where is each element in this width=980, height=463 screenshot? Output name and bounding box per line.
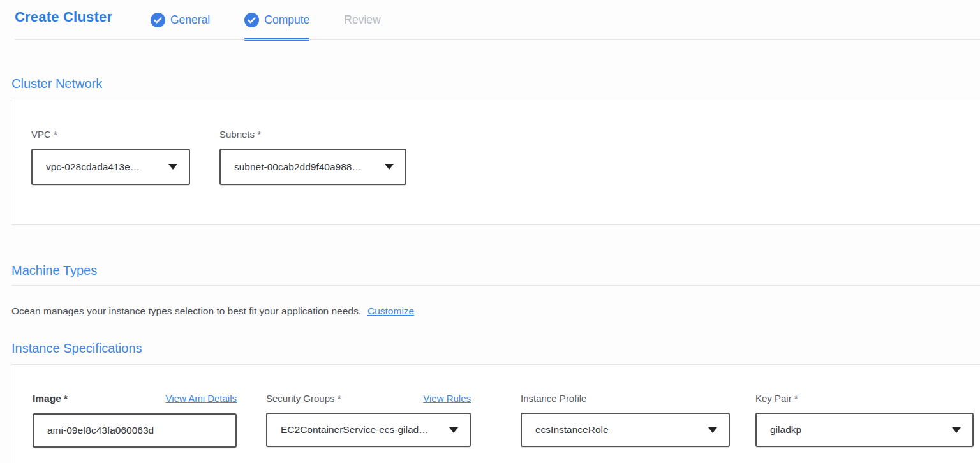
header-divider xyxy=(15,39,980,40)
image-field: Image * View Ami Details xyxy=(33,393,237,448)
instance-specifications-card: Image * View Ami Details Security Groups… xyxy=(11,364,980,463)
subnets-select[interactable]: subnet-00cab2dd9f40a988… xyxy=(219,149,406,185)
security-groups-select[interactable]: EC2ContainerService-ecs-gilad… xyxy=(266,413,471,447)
subnets-label: Subnets * xyxy=(219,129,406,140)
section-heading-machine-types: Machine Types xyxy=(11,263,980,278)
vpc-label: VPC * xyxy=(31,129,190,140)
key-pair-field: Key Pair * giladkp xyxy=(755,393,974,448)
section-heading-cluster-network: Cluster Network xyxy=(11,77,980,91)
caret-down-icon xyxy=(168,164,177,170)
caret-down-icon xyxy=(952,427,961,433)
instance-profile-field: Instance Profile ecsInstanceRole xyxy=(521,393,730,448)
wizard-tabs: General Compute Review xyxy=(151,9,381,31)
tab-compute-label: Compute xyxy=(264,13,309,27)
vpc-select[interactable]: vpc-028cdada413e… xyxy=(31,149,190,185)
machine-types-divider xyxy=(11,285,980,286)
subnets-selected-value: subnet-00cab2dd9f40a988… xyxy=(234,161,362,173)
caret-down-icon xyxy=(385,164,394,170)
section-heading-instance-specifications: Instance Specifications xyxy=(11,341,980,356)
check-circle-icon xyxy=(151,13,165,27)
instance-profile-select[interactable]: ecsInstanceRole xyxy=(521,413,730,447)
security-groups-selected-value: EC2ContainerService-ecs-gilad… xyxy=(281,424,429,436)
key-pair-select[interactable]: giladkp xyxy=(755,413,974,447)
machine-types-description: Ocean manages your instance types select… xyxy=(11,305,980,317)
view-rules-link[interactable]: View Rules xyxy=(423,393,471,404)
key-pair-label: Key Pair * xyxy=(755,393,798,404)
view-ami-details-link[interactable]: View Ami Details xyxy=(166,393,237,404)
customize-link[interactable]: Customize xyxy=(368,305,414,316)
vpc-field: VPC * vpc-028cdada413e… xyxy=(31,129,190,185)
key-pair-selected-value: giladkp xyxy=(770,424,801,436)
cluster-network-card: VPC * vpc-028cdada413e… Subnets * subnet… xyxy=(11,99,980,225)
tab-general-label: General xyxy=(170,13,210,27)
image-input[interactable] xyxy=(33,413,237,448)
vpc-selected-value: vpc-028cdada413e… xyxy=(46,161,140,173)
image-label: Image * xyxy=(33,393,68,404)
instance-profile-selected-value: ecsInstanceRole xyxy=(535,424,609,436)
wizard-header: Create Cluster General Compute Review xyxy=(0,0,980,40)
security-groups-field: Security Groups * View Rules EC2Containe… xyxy=(266,393,471,448)
caret-down-icon xyxy=(708,427,717,433)
tab-compute[interactable]: Compute xyxy=(244,9,309,31)
check-circle-icon xyxy=(244,13,259,27)
subnets-field: Subnets * subnet-00cab2dd9f40a988… xyxy=(219,129,406,185)
tab-review-label: Review xyxy=(344,13,380,27)
machine-types-description-text: Ocean manages your instance types select… xyxy=(11,305,361,316)
instance-profile-label: Instance Profile xyxy=(521,393,586,404)
caret-down-icon xyxy=(449,427,458,433)
tab-review[interactable]: Review xyxy=(344,9,380,31)
page-title: Create Cluster xyxy=(15,9,151,26)
tab-general[interactable]: General xyxy=(151,9,210,31)
security-groups-label: Security Groups * xyxy=(266,393,341,404)
